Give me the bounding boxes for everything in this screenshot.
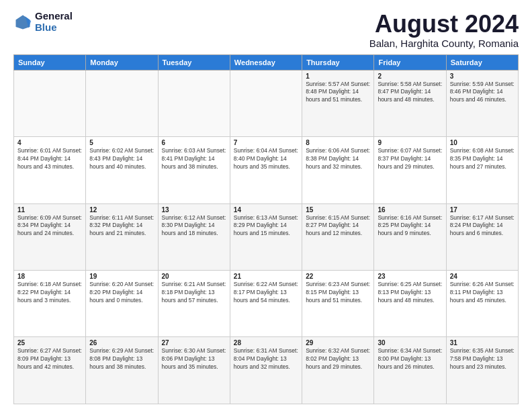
month-year-title: August 2024 [369, 11, 519, 38]
day-info: Sunrise: 6:01 AM Sunset: 8:44 PM Dayligh… [17, 147, 82, 171]
header-wednesday: Wednesday [230, 54, 302, 70]
day-number: 23 [378, 273, 442, 280]
day-number: 11 [17, 206, 82, 214]
calendar-cell: 8Sunrise: 6:06 AM Sunset: 8:38 PM Daylig… [302, 137, 374, 203]
day-number: 31 [450, 339, 515, 347]
day-info: Sunrise: 6:25 AM Sunset: 8:13 PM Dayligh… [378, 281, 442, 305]
calendar-cell: 24Sunrise: 6:26 AM Sunset: 8:11 PM Dayli… [446, 271, 518, 337]
calendar-cell [158, 70, 230, 136]
day-info: Sunrise: 6:13 AM Sunset: 8:29 PM Dayligh… [234, 214, 298, 238]
day-info: Sunrise: 5:57 AM Sunset: 8:48 PM Dayligh… [306, 81, 370, 105]
day-info: Sunrise: 6:09 AM Sunset: 8:34 PM Dayligh… [17, 214, 82, 238]
day-number: 15 [306, 206, 370, 214]
calendar-header-row: Sunday Monday Tuesday Wednesday Thursday… [14, 54, 519, 70]
day-info: Sunrise: 6:34 AM Sunset: 8:00 PM Dayligh… [378, 347, 442, 371]
day-number: 16 [378, 206, 442, 214]
calendar-table: Sunday Monday Tuesday Wednesday Thursday… [13, 54, 519, 404]
calendar-cell: 25Sunrise: 6:27 AM Sunset: 8:09 PM Dayli… [14, 337, 86, 404]
day-number: 17 [450, 206, 515, 214]
day-number: 1 [306, 73, 370, 80]
day-info: Sunrise: 6:16 AM Sunset: 8:25 PM Dayligh… [378, 214, 442, 238]
page-header: General Blue August 2024 Balan, Harghita… [13, 11, 519, 49]
day-number: 26 [89, 339, 154, 347]
calendar-cell: 12Sunrise: 6:11 AM Sunset: 8:32 PM Dayli… [86, 203, 158, 270]
day-info: Sunrise: 6:04 AM Sunset: 8:40 PM Dayligh… [234, 147, 298, 171]
calendar-cell: 17Sunrise: 6:17 AM Sunset: 8:24 PM Dayli… [446, 203, 518, 270]
day-number: 8 [306, 139, 370, 146]
day-info: Sunrise: 6:11 AM Sunset: 8:32 PM Dayligh… [89, 214, 154, 238]
calendar-cell: 19Sunrise: 6:20 AM Sunset: 8:20 PM Dayli… [86, 271, 158, 337]
week-row-0: 1Sunrise: 5:57 AM Sunset: 8:48 PM Daylig… [14, 70, 519, 136]
header-saturday: Saturday [446, 54, 518, 70]
week-row-3: 18Sunrise: 6:18 AM Sunset: 8:22 PM Dayli… [14, 271, 519, 337]
day-info: Sunrise: 6:32 AM Sunset: 8:02 PM Dayligh… [306, 347, 370, 371]
header-thursday: Thursday [302, 54, 374, 70]
header-tuesday: Tuesday [158, 54, 230, 70]
day-info: Sunrise: 5:59 AM Sunset: 8:46 PM Dayligh… [450, 81, 515, 105]
title-area: August 2024 Balan, Harghita County, Roma… [369, 11, 519, 49]
day-number: 18 [17, 273, 82, 280]
day-info: Sunrise: 6:22 AM Sunset: 8:17 PM Dayligh… [234, 281, 298, 305]
day-number: 10 [450, 139, 515, 146]
day-info: Sunrise: 5:58 AM Sunset: 8:47 PM Dayligh… [378, 81, 442, 105]
day-info: Sunrise: 6:06 AM Sunset: 8:38 PM Dayligh… [306, 147, 370, 171]
calendar-cell: 20Sunrise: 6:21 AM Sunset: 8:18 PM Dayli… [158, 271, 230, 337]
day-number: 13 [162, 206, 226, 214]
logo-general-text: General [35, 11, 73, 22]
calendar-cell: 29Sunrise: 6:32 AM Sunset: 8:02 PM Dayli… [302, 337, 374, 404]
day-info: Sunrise: 6:08 AM Sunset: 8:35 PM Dayligh… [450, 147, 515, 171]
day-number: 12 [89, 206, 154, 214]
logo: General Blue [13, 11, 73, 33]
day-number: 4 [17, 139, 82, 146]
calendar-cell: 22Sunrise: 6:23 AM Sunset: 8:15 PM Dayli… [302, 271, 374, 337]
day-number: 28 [234, 339, 298, 347]
calendar-cell [230, 70, 302, 136]
header-friday: Friday [374, 54, 446, 70]
day-number: 2 [378, 73, 442, 80]
day-number: 7 [234, 139, 298, 146]
day-info: Sunrise: 6:15 AM Sunset: 8:27 PM Dayligh… [306, 214, 370, 238]
day-number: 29 [306, 339, 370, 347]
week-row-4: 25Sunrise: 6:27 AM Sunset: 8:09 PM Dayli… [14, 337, 519, 404]
calendar-cell: 16Sunrise: 6:16 AM Sunset: 8:25 PM Dayli… [374, 203, 446, 270]
calendar-cell: 26Sunrise: 6:29 AM Sunset: 8:08 PM Dayli… [86, 337, 158, 404]
calendar-cell [86, 70, 158, 136]
header-sunday: Sunday [14, 54, 86, 70]
calendar-cell: 9Sunrise: 6:07 AM Sunset: 8:37 PM Daylig… [374, 137, 446, 203]
calendar-cell: 2Sunrise: 5:58 AM Sunset: 8:47 PM Daylig… [374, 70, 446, 136]
calendar-cell: 18Sunrise: 6:18 AM Sunset: 8:22 PM Dayli… [14, 271, 86, 337]
calendar-cell [14, 70, 86, 136]
day-number: 25 [17, 339, 82, 347]
day-number: 24 [450, 273, 515, 280]
day-info: Sunrise: 6:31 AM Sunset: 8:04 PM Dayligh… [234, 347, 298, 371]
week-row-1: 4Sunrise: 6:01 AM Sunset: 8:44 PM Daylig… [14, 137, 519, 203]
calendar-cell: 27Sunrise: 6:30 AM Sunset: 8:06 PM Dayli… [158, 337, 230, 404]
day-number: 20 [162, 273, 226, 280]
calendar-cell: 3Sunrise: 5:59 AM Sunset: 8:46 PM Daylig… [446, 70, 518, 136]
day-info: Sunrise: 6:18 AM Sunset: 8:22 PM Dayligh… [17, 281, 82, 305]
day-number: 19 [89, 273, 154, 280]
calendar-cell: 6Sunrise: 6:03 AM Sunset: 8:41 PM Daylig… [158, 137, 230, 203]
calendar-cell: 30Sunrise: 6:34 AM Sunset: 8:00 PM Dayli… [374, 337, 446, 404]
day-number: 22 [306, 273, 370, 280]
day-info: Sunrise: 6:20 AM Sunset: 8:20 PM Dayligh… [89, 281, 154, 305]
calendar-cell: 1Sunrise: 5:57 AM Sunset: 8:48 PM Daylig… [302, 70, 374, 136]
day-info: Sunrise: 6:03 AM Sunset: 8:41 PM Dayligh… [162, 147, 226, 171]
day-info: Sunrise: 6:07 AM Sunset: 8:37 PM Dayligh… [378, 147, 442, 171]
day-info: Sunrise: 6:17 AM Sunset: 8:24 PM Dayligh… [450, 214, 515, 238]
logo-icon [13, 13, 32, 32]
calendar-cell: 15Sunrise: 6:15 AM Sunset: 8:27 PM Dayli… [302, 203, 374, 270]
day-number: 14 [234, 206, 298, 214]
calendar-cell: 23Sunrise: 6:25 AM Sunset: 8:13 PM Dayli… [374, 271, 446, 337]
day-number: 30 [378, 339, 442, 347]
calendar-cell: 11Sunrise: 6:09 AM Sunset: 8:34 PM Dayli… [14, 203, 86, 270]
day-number: 3 [450, 73, 515, 80]
location-title: Balan, Harghita County, Romania [369, 38, 519, 49]
day-number: 21 [234, 273, 298, 280]
calendar-cell: 14Sunrise: 6:13 AM Sunset: 8:29 PM Dayli… [230, 203, 302, 270]
day-info: Sunrise: 6:02 AM Sunset: 8:43 PM Dayligh… [89, 147, 154, 171]
logo-blue-text: Blue [35, 22, 73, 34]
day-number: 9 [378, 139, 442, 146]
week-row-2: 11Sunrise: 6:09 AM Sunset: 8:34 PM Dayli… [14, 203, 519, 270]
day-info: Sunrise: 6:26 AM Sunset: 8:11 PM Dayligh… [450, 281, 515, 305]
